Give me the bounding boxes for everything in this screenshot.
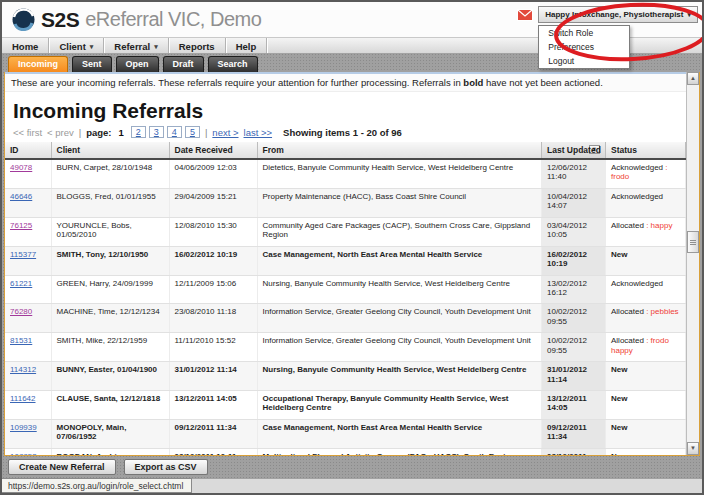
referral-id-link[interactable]: 109939 xyxy=(10,423,37,432)
table-row: 76280 MACHINE, Time, 12/12/1234 23/08/20… xyxy=(5,304,686,333)
menubar-item-referral[interactable]: Referral▾ xyxy=(104,38,168,53)
scroll-up-arrow[interactable]: ▲ xyxy=(687,72,699,85)
column-header-last-updated[interactable]: ▼ Last Updated xyxy=(542,142,606,159)
tab-open[interactable]: Open xyxy=(116,56,159,72)
page-link-2[interactable]: 2 xyxy=(131,126,146,138)
referral-id-link[interactable]: 61221 xyxy=(10,279,32,288)
menubar-item-home[interactable]: Home xyxy=(2,38,49,53)
date-received-cell: 23/08/2010 11:18 xyxy=(169,304,257,333)
user-menu-button[interactable]: Happy Infoxchange, Physiotherapist ▾ xyxy=(538,6,698,23)
chevron-down-icon: ▾ xyxy=(687,11,691,19)
referral-id-link[interactable]: 49078 xyxy=(10,163,32,172)
column-header-from[interactable]: From xyxy=(257,142,542,159)
column-header-date-received[interactable]: Date Received xyxy=(169,142,257,159)
client-cell: MONOPOLY, Main, 07/06/1952 xyxy=(51,419,169,448)
referral-id-link[interactable]: 76280 xyxy=(10,307,32,316)
date-received-cell: 16/02/2012 10:19 xyxy=(169,246,257,275)
table-row: 111642 CLAUSE, Santa, 12/12/1818 13/12/2… xyxy=(5,391,686,420)
showing-items-text: Showing items 1 - 20 of 96 xyxy=(283,127,402,138)
status-cell: Acknowledged xyxy=(606,188,686,217)
date-received-cell: 13/12/2011 14:05 xyxy=(169,391,257,420)
content-area: These are your incoming referrals. These… xyxy=(4,72,700,456)
menubar-item-help[interactable]: Help xyxy=(226,38,268,53)
table-header-row: ID Client Date Received From ▼ Last Upda… xyxy=(5,142,686,159)
client-cell: GREEN, Harry, 24/09/1999 xyxy=(51,275,169,304)
from-cell: Information Service, Greater Geelong Cit… xyxy=(257,304,542,333)
info-message: These are your incoming referrals. These… xyxy=(5,72,686,92)
scroll-down-arrow[interactable]: ▼ xyxy=(687,442,699,455)
table-row: 49078 BURN, Carpet, 28/10/1948 04/06/200… xyxy=(5,159,686,188)
referral-id-link[interactable]: 115377 xyxy=(10,250,36,259)
status-cell: Allocated : frodo happy xyxy=(606,333,686,362)
client-cell: SMITH, Mike, 22/12/1959 xyxy=(51,333,169,362)
referral-id-link[interactable]: 76125 xyxy=(10,221,32,230)
date-received-cell: 12/11/2009 15:06 xyxy=(169,275,257,304)
from-cell: Multicultural Planned Activity Groups (P… xyxy=(257,448,542,455)
page-link-3[interactable]: 3 xyxy=(149,126,164,138)
client-cell: SMITH, Tony, 12/10/1950 xyxy=(51,246,169,275)
referral-id-link[interactable]: 108853 xyxy=(10,452,37,455)
status-cell: New xyxy=(606,362,686,391)
column-header-status[interactable]: Status xyxy=(606,142,686,159)
tab-draft[interactable]: Draft xyxy=(163,56,204,72)
switch-role-menu-item[interactable]: Switch Role xyxy=(539,26,629,40)
referral-id-link[interactable]: 111642 xyxy=(10,394,36,403)
last-page-link[interactable]: last >> xyxy=(244,127,273,138)
action-bar: Create New ReferralExport as CSV xyxy=(2,456,702,478)
referrals-table-wrap: ID Client Date Received From ▼ Last Upda… xyxy=(5,142,686,455)
create-new-referral-button[interactable]: Create New Referral xyxy=(8,459,116,475)
status-cell: Allocated : pebbles xyxy=(606,304,686,333)
page-label: page: xyxy=(86,127,111,138)
client-cell: BLOGGS, Fred, 01/01/1955 xyxy=(51,188,169,217)
brand-name: S2S xyxy=(41,8,79,32)
page-title: Incoming Referrals xyxy=(13,99,678,123)
client-cell: BOGDAN, Archie, 25/04/1934 xyxy=(51,448,169,455)
table-row: 108853 BOGDAN, Archie, 25/04/1934 08/12/… xyxy=(5,448,686,455)
preferences-menu-item[interactable]: Preferences xyxy=(539,40,629,54)
referral-id-link[interactable]: 46646 xyxy=(10,192,32,201)
client-cell: BUNNY, Easter, 01/04/1900 xyxy=(51,362,169,391)
last-updated-cell: 13/12/2011 14:05 xyxy=(542,391,606,420)
app-title: eReferral VIC, Demo xyxy=(85,8,261,31)
last-updated-cell: 12/06/2012 11:40 xyxy=(542,159,606,188)
table-row: 46646 BLOGGS, Fred, 01/01/1955 29/04/200… xyxy=(5,188,686,217)
next-page-link[interactable]: next > xyxy=(212,127,238,138)
referrals-table: ID Client Date Received From ▼ Last Upda… xyxy=(5,142,686,455)
menubar-item-reports[interactable]: Reports xyxy=(169,38,226,53)
info-text-before: These are your incoming referrals. These… xyxy=(11,77,463,88)
scrollbar-thumb[interactable] xyxy=(687,231,699,253)
status-cell: New xyxy=(606,391,686,420)
referral-id-link[interactable]: 81531 xyxy=(10,336,32,345)
scrollbar-track[interactable] xyxy=(687,85,699,442)
column-header-client[interactable]: Client xyxy=(51,142,169,159)
column-header-id[interactable]: ID xyxy=(5,142,51,159)
last-updated-cell: 13/02/2012 16:12 xyxy=(542,275,606,304)
date-received-cell: 11/11/2010 15:52 xyxy=(169,333,257,362)
last-updated-cell: 31/01/2012 11:14 xyxy=(542,362,606,391)
pagination: << first < prev | page: 1 2345 | next > … xyxy=(13,126,678,138)
export-as-csv-button[interactable]: Export as CSV xyxy=(124,459,208,475)
vertical-scrollbar[interactable]: ▲ ▼ xyxy=(686,72,699,455)
date-received-cell: 31/01/2012 11:14 xyxy=(169,362,257,391)
page-link-4[interactable]: 4 xyxy=(167,126,182,138)
date-received-cell: 04/06/2009 12:03 xyxy=(169,159,257,188)
client-cell: BURN, Carpet, 28/10/1948 xyxy=(51,159,169,188)
tab-incoming[interactable]: Incoming xyxy=(8,56,68,72)
last-updated-cell: 08/12/2011 10:11 xyxy=(542,448,606,455)
s2s-logo-icon xyxy=(12,8,35,31)
table-row: 76125 YOURUNCLE, Bobs, 01/05/2010 12/08/… xyxy=(5,217,686,246)
content-main: These are your incoming referrals. These… xyxy=(5,72,686,455)
referral-id-link[interactable]: 114312 xyxy=(10,365,36,374)
date-received-cell: 29/04/2009 15:21 xyxy=(169,188,257,217)
table-row: 109939 MONOPOLY, Main, 07/06/1952 09/12/… xyxy=(5,419,686,448)
page-link-5[interactable]: 5 xyxy=(185,126,200,138)
mail-icon[interactable] xyxy=(517,9,533,21)
date-received-cell: 08/12/2011 10:11 xyxy=(169,448,257,455)
tab-sent[interactable]: Sent xyxy=(72,56,112,72)
tab-search[interactable]: Search xyxy=(208,56,258,72)
menubar-item-client[interactable]: Client▾ xyxy=(49,38,104,53)
table-row: 114312 BUNNY, Easter, 01/04/1900 31/01/2… xyxy=(5,362,686,391)
current-page-number: 1 xyxy=(117,127,126,138)
logout-menu-item[interactable]: Logout xyxy=(539,54,629,68)
info-bold-word: bold xyxy=(463,77,483,88)
